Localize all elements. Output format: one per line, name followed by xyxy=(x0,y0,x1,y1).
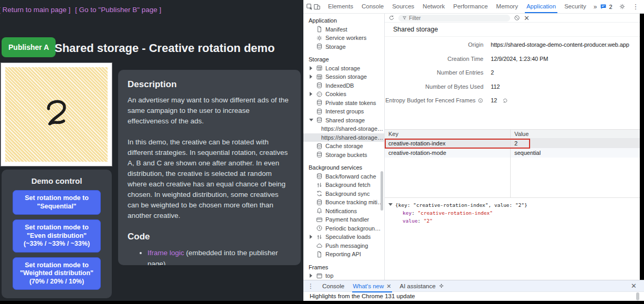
sidebar-item-periodic-background-sync[interactable]: Periodic backgroun… xyxy=(303,224,384,233)
expand-triangle-icon[interactable] xyxy=(388,203,393,206)
table-header-row: Key Value xyxy=(385,130,644,139)
sidebar-item-service-workers[interactable]: Service workers xyxy=(303,34,384,43)
sidebar-item-payment-handler[interactable]: Payment handler xyxy=(303,215,384,224)
close-drawer-icon[interactable]: ✕ xyxy=(631,282,640,290)
sidebar-section-storage: Storage Local storage Session storage In… xyxy=(303,55,384,159)
drawer-tab-whats-new[interactable]: What's new✕ xyxy=(349,280,395,292)
sidebar-item-back-forward-cache[interactable]: Back/forward cache xyxy=(303,172,384,181)
issues-bubble-icon xyxy=(600,3,607,10)
expand-arrow-icon[interactable] xyxy=(310,274,312,278)
sidebar-item-session-storage[interactable]: Session storage xyxy=(303,72,384,81)
database-icon xyxy=(316,173,323,180)
iframe-logic-link[interactable]: Iframe logic xyxy=(147,249,184,257)
sidebar-item-push-messaging[interactable]: Push messaging xyxy=(303,242,384,250)
tab-application[interactable]: Application xyxy=(522,0,560,13)
tab-elements[interactable]: Elements xyxy=(324,0,357,13)
property-name: value xyxy=(403,218,418,224)
sidebar-item-top-frame[interactable]: top xyxy=(303,271,384,280)
sidebar-item-background-sync[interactable]: Background sync xyxy=(303,190,384,198)
whats-new-headline[interactable]: Highlights from the Chrome 131 update xyxy=(310,293,415,299)
drawer-tab-ai-assistance[interactable]: AI assistance xyxy=(396,280,449,292)
expand-arrow-icon[interactable] xyxy=(310,75,312,79)
expand-arrow-icon[interactable] xyxy=(310,92,312,96)
filter-input[interactable] xyxy=(409,15,506,21)
drawer-tab-console[interactable]: Console xyxy=(318,280,349,292)
property-value: "2" xyxy=(424,218,432,224)
cloud-icon xyxy=(316,242,323,249)
metadata-label: Creation Time xyxy=(385,56,483,62)
sidebar-item-label: Background sync xyxy=(325,191,369,197)
sidebar-item-cookies[interactable]: Cookies xyxy=(303,90,384,99)
drawer-scrollbar-thumb[interactable] xyxy=(636,292,639,300)
set-weighted-distribution-button[interactable]: Set rotation mode to "Weighted distribut… xyxy=(13,257,101,290)
collapse-arrow-icon[interactable] xyxy=(309,119,313,121)
drawer-menu-icon[interactable]: ⋮ xyxy=(308,282,314,290)
filter-box[interactable] xyxy=(398,15,510,22)
sidebar-scrollbar-thumb[interactable] xyxy=(381,171,383,211)
table-icon xyxy=(316,74,323,80)
table-row-creative-rotation-index[interactable]: creative-rotation-index 2 xyxy=(385,139,644,148)
sidebar-item-label: Push messaging xyxy=(325,243,368,249)
tab-console[interactable]: Console xyxy=(357,0,388,13)
sidebar-item-notifications[interactable]: Notifications xyxy=(303,207,384,216)
panel-title: Shared storage xyxy=(385,23,644,37)
issues-badge[interactable]: 2 xyxy=(600,3,612,10)
sidebar-item-bounce-tracking[interactable]: Bounce tracking miti… xyxy=(303,198,384,207)
creative-ad-iframe[interactable] xyxy=(1,63,112,166)
sync-arrows-icon xyxy=(316,190,323,197)
button-line: "Sequential" xyxy=(15,203,99,211)
sidebar-item-private-state-tokens[interactable]: Private state tokens xyxy=(303,99,384,108)
shared-storage-panel: ✕ Shared storage Origin https://shared-s… xyxy=(385,14,644,280)
sidebar-item-background-fetch[interactable]: Background fetch xyxy=(303,181,384,190)
sidebar-item-label: Reporting API xyxy=(325,251,361,257)
sidebar-item-label: Interest groups xyxy=(325,108,364,114)
set-sequential-button[interactable]: Set rotation mode to "Sequential" xyxy=(13,190,101,215)
sidebar-item-reporting-api[interactable]: Reporting API xyxy=(303,250,384,259)
column-divider[interactable] xyxy=(510,130,511,197)
tab-security[interactable]: Security xyxy=(560,0,590,13)
expand-arrow-icon[interactable] xyxy=(310,66,312,70)
device-toolbar-icon[interactable] xyxy=(313,2,321,12)
delete-selected-icon[interactable]: ✕ xyxy=(524,15,530,22)
clear-all-icon[interactable] xyxy=(514,15,520,21)
set-even-distribution-button[interactable]: Set rotation mode to "Even distribution"… xyxy=(13,219,101,253)
sidebar-item-shared-storage-origin-selected[interactable]: https://shared-storage… xyxy=(303,133,384,142)
sidebar-item-cache-storage[interactable]: Cache storage xyxy=(303,142,384,151)
metadata-label: Entropy Budget for Fenced Frames xyxy=(385,97,483,104)
go-to-publisher-b-link[interactable]: [ Go to "Publisher B" page ] xyxy=(75,6,161,14)
sidebar-item-storage-buckets[interactable]: Storage buckets xyxy=(303,151,384,160)
tab-performance[interactable]: Performance xyxy=(449,0,492,13)
more-tabs-button[interactable]: » xyxy=(590,3,600,11)
return-to-main-page-link[interactable]: [ Return to main page ] xyxy=(0,6,70,14)
preview-property: value: "2" xyxy=(388,217,644,225)
page-title: Shared storage - Creative rotation demo xyxy=(55,41,275,55)
preview-summary-line: {key: "creative-rotation-index", value: … xyxy=(388,201,644,209)
refresh-icon[interactable] xyxy=(388,15,395,21)
tab-network[interactable]: Network xyxy=(418,0,449,13)
devtools-menu-icon[interactable]: ⋮ xyxy=(632,3,639,10)
sidebar-item-storage[interactable]: Storage xyxy=(303,43,384,51)
sidebar-item-speculative-loads[interactable]: Speculative loads xyxy=(303,233,384,242)
info-icon[interactable] xyxy=(478,98,483,103)
tab-sources[interactable]: Sources xyxy=(388,0,418,13)
sidebar-item-shared-storage[interactable]: Shared storage xyxy=(303,116,384,125)
sidebar-item-shared-storage-origin[interactable]: https://shared-storage… xyxy=(303,124,384,133)
settings-gear-icon[interactable] xyxy=(617,2,628,12)
inspect-element-icon[interactable] xyxy=(306,2,313,12)
database-icon xyxy=(316,82,323,89)
sidebar-item-local-storage[interactable]: Local storage xyxy=(303,64,384,73)
sidebar-item-indexeddb[interactable]: IndexedDB xyxy=(303,81,384,90)
description-card: Description An advertiser may want to sh… xyxy=(118,70,301,265)
cell-value: 2 xyxy=(510,139,644,148)
bell-icon xyxy=(316,207,323,214)
reset-budget-icon[interactable] xyxy=(502,98,508,103)
expand-arrow-icon[interactable] xyxy=(310,235,312,239)
devtools-drawer: ⋮ Console What's new✕ AI assistance ✕ Hi… xyxy=(303,280,644,301)
sidebar-item-manifest[interactable]: Manifest xyxy=(303,25,384,34)
sidebar-item-interest-groups[interactable]: Interest groups xyxy=(303,107,384,116)
filter-funnel-icon xyxy=(402,15,407,20)
close-tab-icon[interactable]: ✕ xyxy=(386,280,391,292)
metadata-label-text: Entropy Budget for Fenced Frames xyxy=(385,97,476,103)
table-row-creative-rotation-mode[interactable]: creative-rotation-mode sequential xyxy=(385,148,644,158)
tab-memory[interactable]: Memory xyxy=(492,0,522,13)
